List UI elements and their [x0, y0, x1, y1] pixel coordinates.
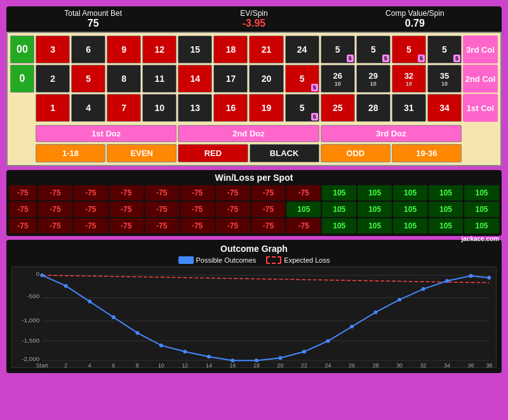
num-2[interactable]: 2 [36, 65, 70, 93]
zero-00[interactable]: 00 [10, 36, 34, 63]
wl-r1c9: 105 [322, 185, 356, 200]
num-35[interactable]: 3510 [427, 65, 462, 93]
wl-r1c2: -75 [74, 185, 108, 200]
num-31[interactable]: 31 [392, 94, 426, 122]
bet-odd[interactable]: ODD [321, 144, 391, 162]
svg-text:38: 38 [486, 362, 492, 367]
total-bet-value: 75 [13, 18, 173, 29]
col-1st[interactable]: 1st Col [463, 94, 498, 122]
num-22[interactable]: 55 [285, 94, 319, 122]
svg-text:34: 34 [444, 362, 450, 367]
jackace-watermark: jackace.com [462, 235, 500, 242]
num-7[interactable]: 7 [107, 94, 141, 122]
bet-19-36[interactable]: 19-36 [392, 144, 462, 162]
wl-r3c5: -75 [180, 218, 215, 233]
wl-r1c7: -75 [251, 185, 286, 200]
doz-1st[interactable]: 1st Doz [36, 125, 177, 142]
wl-r2c4: -75 [145, 202, 179, 217]
num-1[interactable]: 1 [36, 94, 70, 122]
graph-legend: Possible Outcomes Expected Loss [11, 256, 497, 264]
num-27[interactable]: 55 [321, 36, 355, 63]
winloss-section: Win/Loss per Spot -75 -75 -75 -75 -75 -7… [6, 170, 502, 236]
wl-r1c12: 105 [429, 185, 463, 200]
num-36[interactable]: 55 [427, 36, 462, 63]
legend-possible-label: Possible Outcomes [196, 256, 257, 264]
total-bet-group: Total Amount Bet 75 [13, 9, 173, 29]
wl-r2c11: 105 [393, 202, 427, 217]
num-16[interactable]: 16 [213, 94, 248, 122]
svg-point-18 [207, 355, 211, 358]
bet-1-18[interactable]: 1-18 [36, 144, 105, 162]
num-23[interactable]: 55 [285, 65, 319, 93]
num-12[interactable]: 12 [142, 36, 177, 63]
wl-r3c6: -75 [216, 218, 250, 233]
num-10[interactable]: 10 [142, 94, 177, 122]
num-32[interactable]: 3210 [392, 65, 426, 93]
svg-point-14 [112, 315, 116, 319]
svg-text:32: 32 [420, 362, 427, 367]
svg-point-29 [469, 274, 473, 278]
num-9[interactable]: 9 [107, 36, 141, 63]
roulette-table: 00 0 3 6 9 12 15 18 21 24 55 55 [6, 32, 502, 166]
num-6[interactable]: 6 [71, 36, 105, 63]
bet-black[interactable]: BLACK [250, 144, 319, 162]
num-15[interactable]: 15 [178, 36, 212, 63]
outside-row: 1-18 EVEN RED BLACK ODD 19-36 [10, 144, 498, 162]
num-17[interactable]: 17 [213, 65, 248, 93]
num-33[interactable]: 55 [392, 36, 426, 63]
zeros-column: 00 0 [10, 36, 34, 123]
svg-text:6: 6 [112, 362, 115, 367]
svg-point-15 [135, 331, 139, 335]
num-19[interactable]: 19 [249, 94, 283, 122]
num-8[interactable]: 8 [107, 65, 141, 93]
num-34[interactable]: 34 [427, 94, 462, 122]
svg-text:14: 14 [206, 362, 212, 367]
num-21[interactable]: 21 [249, 36, 283, 63]
svg-point-11 [40, 273, 44, 277]
svg-point-12 [64, 284, 68, 288]
wl-col3: 105 [464, 185, 499, 200]
num-26[interactable]: 2610 [321, 65, 355, 93]
svg-text:2: 2 [64, 362, 67, 367]
svg-text:Start: Start [36, 362, 48, 367]
svg-point-30 [487, 276, 491, 280]
num-4[interactable]: 4 [71, 94, 105, 122]
num-14[interactable]: 14 [178, 65, 212, 93]
num-5[interactable]: 5 [71, 65, 105, 93]
num-3[interactable]: 3 [36, 36, 70, 63]
wl-r3c1: -75 [38, 218, 72, 233]
zero-0[interactable]: 0 [10, 65, 34, 93]
svg-text:-500: -500 [27, 292, 40, 299]
doz-3rd[interactable]: 3rd Doz [321, 125, 462, 142]
wl-r1c4: -75 [145, 185, 179, 200]
wl-zero-00: -75 [9, 185, 37, 200]
winloss-zeros: -75 -75 -75 [9, 185, 37, 233]
svg-text:18: 18 [253, 362, 260, 367]
bet-even[interactable]: EVEN [107, 144, 177, 162]
svg-point-17 [183, 350, 187, 353]
num-13[interactable]: 13 [178, 94, 212, 122]
dozen-row: 1st Doz 2nd Doz 3rd Doz [10, 125, 498, 142]
bet-red[interactable]: RED [178, 144, 248, 162]
num-24[interactable]: 24 [285, 36, 319, 63]
num-29[interactable]: 2910 [356, 65, 391, 93]
num-20[interactable]: 20 [249, 65, 283, 93]
num-11[interactable]: 11 [142, 65, 177, 93]
col-2nd[interactable]: 2nd Col [463, 65, 498, 93]
legend-expected-label: Expected Loss [284, 256, 330, 264]
wl-r2c6: -75 [216, 202, 250, 217]
num-25[interactable]: 25 [321, 94, 355, 122]
svg-point-27 [422, 287, 425, 291]
svg-text:36: 36 [468, 362, 474, 367]
doz-2nd[interactable]: 2nd Doz [178, 125, 319, 142]
svg-text:24: 24 [325, 362, 331, 367]
wl-r1c8: -75 [286, 185, 321, 200]
comp-group: Comp Value/Spin 0.79 [335, 9, 495, 29]
num-30[interactable]: 55 [356, 36, 391, 63]
numbers-grid: 3 6 9 12 15 18 21 24 55 55 55 55 [36, 36, 462, 123]
svg-point-26 [398, 298, 401, 301]
num-18[interactable]: 18 [213, 36, 248, 63]
num-28[interactable]: 28 [356, 94, 391, 122]
stats-bar: Total Amount Bet 75 EV/Spin -3.95 Comp V… [6, 6, 502, 32]
col-3rd[interactable]: 3rd Col [463, 36, 498, 63]
